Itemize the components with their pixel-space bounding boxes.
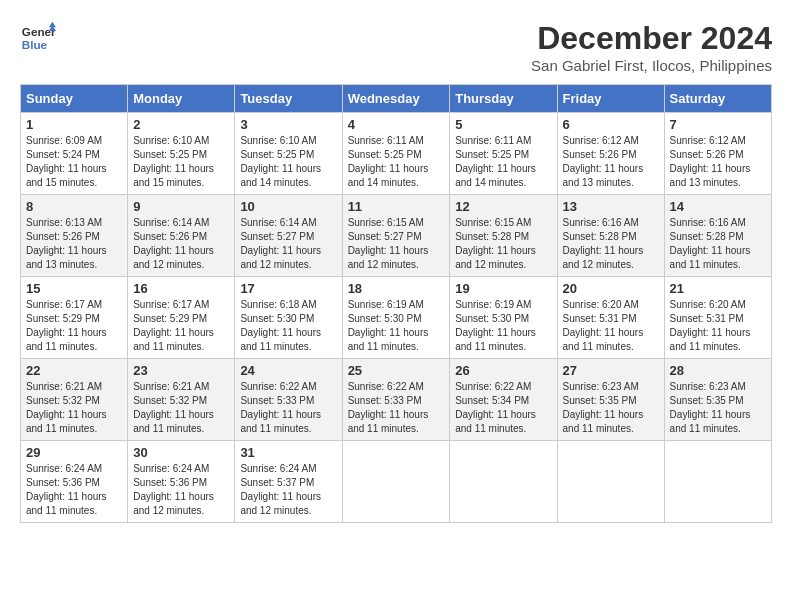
day-info: Sunrise: 6:12 AM Sunset: 5:26 PM Dayligh…: [563, 134, 659, 190]
day-number: 27: [563, 363, 659, 378]
day-info: Sunrise: 6:12 AM Sunset: 5:26 PM Dayligh…: [670, 134, 766, 190]
day-number: 10: [240, 199, 336, 214]
day-number: 15: [26, 281, 122, 296]
calendar-cell: [557, 441, 664, 523]
day-number: 3: [240, 117, 336, 132]
day-number: 24: [240, 363, 336, 378]
day-info: Sunrise: 6:11 AM Sunset: 5:25 PM Dayligh…: [455, 134, 551, 190]
day-number: 16: [133, 281, 229, 296]
calendar-week-row: 22 Sunrise: 6:21 AM Sunset: 5:32 PM Dayl…: [21, 359, 772, 441]
calendar-cell: 3 Sunrise: 6:10 AM Sunset: 5:25 PM Dayli…: [235, 113, 342, 195]
day-info: Sunrise: 6:23 AM Sunset: 5:35 PM Dayligh…: [670, 380, 766, 436]
calendar-cell: 25 Sunrise: 6:22 AM Sunset: 5:33 PM Dayl…: [342, 359, 450, 441]
day-info: Sunrise: 6:18 AM Sunset: 5:30 PM Dayligh…: [240, 298, 336, 354]
day-info: Sunrise: 6:16 AM Sunset: 5:28 PM Dayligh…: [670, 216, 766, 272]
calendar-cell: 20 Sunrise: 6:20 AM Sunset: 5:31 PM Dayl…: [557, 277, 664, 359]
day-number: 11: [348, 199, 445, 214]
day-number: 17: [240, 281, 336, 296]
calendar-cell: 18 Sunrise: 6:19 AM Sunset: 5:30 PM Dayl…: [342, 277, 450, 359]
header: General Blue December 2024 San Gabriel F…: [20, 20, 772, 74]
day-number: 25: [348, 363, 445, 378]
day-number: 13: [563, 199, 659, 214]
day-number: 30: [133, 445, 229, 460]
day-info: Sunrise: 6:21 AM Sunset: 5:32 PM Dayligh…: [133, 380, 229, 436]
calendar-cell: 9 Sunrise: 6:14 AM Sunset: 5:26 PM Dayli…: [128, 195, 235, 277]
day-info: Sunrise: 6:17 AM Sunset: 5:29 PM Dayligh…: [26, 298, 122, 354]
calendar-cell: [450, 441, 557, 523]
day-info: Sunrise: 6:16 AM Sunset: 5:28 PM Dayligh…: [563, 216, 659, 272]
calendar-cell: 19 Sunrise: 6:19 AM Sunset: 5:30 PM Dayl…: [450, 277, 557, 359]
day-info: Sunrise: 6:17 AM Sunset: 5:29 PM Dayligh…: [133, 298, 229, 354]
day-number: 23: [133, 363, 229, 378]
day-number: 9: [133, 199, 229, 214]
weekday-header-thursday: Thursday: [450, 85, 557, 113]
calendar-cell: 8 Sunrise: 6:13 AM Sunset: 5:26 PM Dayli…: [21, 195, 128, 277]
svg-text:Blue: Blue: [22, 38, 48, 51]
calendar-cell: 13 Sunrise: 6:16 AM Sunset: 5:28 PM Dayl…: [557, 195, 664, 277]
logo-icon: General Blue: [20, 20, 56, 56]
calendar-cell: 7 Sunrise: 6:12 AM Sunset: 5:26 PM Dayli…: [664, 113, 771, 195]
calendar-cell: 5 Sunrise: 6:11 AM Sunset: 5:25 PM Dayli…: [450, 113, 557, 195]
calendar-week-row: 15 Sunrise: 6:17 AM Sunset: 5:29 PM Dayl…: [21, 277, 772, 359]
day-info: Sunrise: 6:22 AM Sunset: 5:34 PM Dayligh…: [455, 380, 551, 436]
calendar-cell: 26 Sunrise: 6:22 AM Sunset: 5:34 PM Dayl…: [450, 359, 557, 441]
calendar-cell: 2 Sunrise: 6:10 AM Sunset: 5:25 PM Dayli…: [128, 113, 235, 195]
weekday-header-monday: Monday: [128, 85, 235, 113]
calendar-cell: 4 Sunrise: 6:11 AM Sunset: 5:25 PM Dayli…: [342, 113, 450, 195]
calendar-cell: 1 Sunrise: 6:09 AM Sunset: 5:24 PM Dayli…: [21, 113, 128, 195]
day-info: Sunrise: 6:21 AM Sunset: 5:32 PM Dayligh…: [26, 380, 122, 436]
day-info: Sunrise: 6:23 AM Sunset: 5:35 PM Dayligh…: [563, 380, 659, 436]
calendar-week-row: 1 Sunrise: 6:09 AM Sunset: 5:24 PM Dayli…: [21, 113, 772, 195]
day-number: 26: [455, 363, 551, 378]
day-number: 29: [26, 445, 122, 460]
calendar-header-row: SundayMondayTuesdayWednesdayThursdayFrid…: [21, 85, 772, 113]
calendar-cell: 15 Sunrise: 6:17 AM Sunset: 5:29 PM Dayl…: [21, 277, 128, 359]
calendar-cell: 29 Sunrise: 6:24 AM Sunset: 5:36 PM Dayl…: [21, 441, 128, 523]
day-number: 4: [348, 117, 445, 132]
calendar-cell: 21 Sunrise: 6:20 AM Sunset: 5:31 PM Dayl…: [664, 277, 771, 359]
day-info: Sunrise: 6:24 AM Sunset: 5:37 PM Dayligh…: [240, 462, 336, 518]
calendar-week-row: 8 Sunrise: 6:13 AM Sunset: 5:26 PM Dayli…: [21, 195, 772, 277]
day-info: Sunrise: 6:20 AM Sunset: 5:31 PM Dayligh…: [563, 298, 659, 354]
calendar-cell: [342, 441, 450, 523]
day-info: Sunrise: 6:19 AM Sunset: 5:30 PM Dayligh…: [455, 298, 551, 354]
logo: General Blue: [20, 20, 56, 56]
day-number: 28: [670, 363, 766, 378]
calendar-cell: 17 Sunrise: 6:18 AM Sunset: 5:30 PM Dayl…: [235, 277, 342, 359]
calendar-cell: 14 Sunrise: 6:16 AM Sunset: 5:28 PM Dayl…: [664, 195, 771, 277]
day-number: 22: [26, 363, 122, 378]
weekday-header-saturday: Saturday: [664, 85, 771, 113]
calendar-cell: 22 Sunrise: 6:21 AM Sunset: 5:32 PM Dayl…: [21, 359, 128, 441]
day-number: 1: [26, 117, 122, 132]
day-number: 31: [240, 445, 336, 460]
day-info: Sunrise: 6:24 AM Sunset: 5:36 PM Dayligh…: [26, 462, 122, 518]
day-info: Sunrise: 6:13 AM Sunset: 5:26 PM Dayligh…: [26, 216, 122, 272]
calendar-cell: 30 Sunrise: 6:24 AM Sunset: 5:36 PM Dayl…: [128, 441, 235, 523]
day-number: 20: [563, 281, 659, 296]
calendar-cell: 28 Sunrise: 6:23 AM Sunset: 5:35 PM Dayl…: [664, 359, 771, 441]
weekday-header-friday: Friday: [557, 85, 664, 113]
calendar-cell: 11 Sunrise: 6:15 AM Sunset: 5:27 PM Dayl…: [342, 195, 450, 277]
title-section: December 2024 San Gabriel First, Ilocos,…: [531, 20, 772, 74]
calendar-cell: 27 Sunrise: 6:23 AM Sunset: 5:35 PM Dayl…: [557, 359, 664, 441]
day-number: 6: [563, 117, 659, 132]
weekday-header-sunday: Sunday: [21, 85, 128, 113]
day-number: 8: [26, 199, 122, 214]
day-number: 5: [455, 117, 551, 132]
calendar-cell: 12 Sunrise: 6:15 AM Sunset: 5:28 PM Dayl…: [450, 195, 557, 277]
calendar-cell: 6 Sunrise: 6:12 AM Sunset: 5:26 PM Dayli…: [557, 113, 664, 195]
day-info: Sunrise: 6:10 AM Sunset: 5:25 PM Dayligh…: [133, 134, 229, 190]
day-number: 19: [455, 281, 551, 296]
day-number: 18: [348, 281, 445, 296]
calendar-cell: 24 Sunrise: 6:22 AM Sunset: 5:33 PM Dayl…: [235, 359, 342, 441]
calendar-cell: 10 Sunrise: 6:14 AM Sunset: 5:27 PM Dayl…: [235, 195, 342, 277]
day-number: 21: [670, 281, 766, 296]
day-info: Sunrise: 6:14 AM Sunset: 5:26 PM Dayligh…: [133, 216, 229, 272]
calendar-cell: 16 Sunrise: 6:17 AM Sunset: 5:29 PM Dayl…: [128, 277, 235, 359]
day-info: Sunrise: 6:11 AM Sunset: 5:25 PM Dayligh…: [348, 134, 445, 190]
day-info: Sunrise: 6:15 AM Sunset: 5:27 PM Dayligh…: [348, 216, 445, 272]
weekday-header-wednesday: Wednesday: [342, 85, 450, 113]
day-number: 2: [133, 117, 229, 132]
calendar-cell: 31 Sunrise: 6:24 AM Sunset: 5:37 PM Dayl…: [235, 441, 342, 523]
calendar-cell: [664, 441, 771, 523]
